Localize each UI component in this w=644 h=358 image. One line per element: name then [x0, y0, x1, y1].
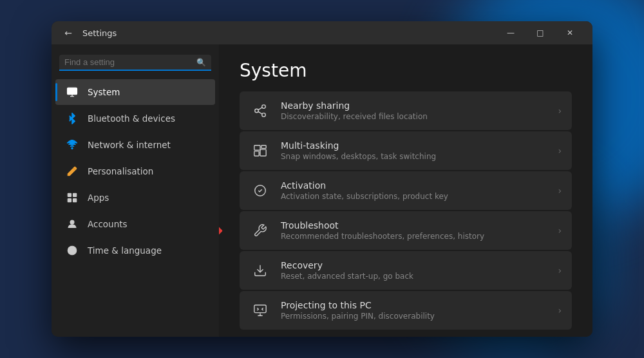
search-icon: 🔍	[196, 58, 206, 67]
personalisation-icon	[66, 165, 79, 178]
network-icon	[66, 138, 79, 151]
svg-point-8	[70, 220, 74, 224]
settings-item-troubleshoot[interactable]: ➜ Troubleshoot Recommended troubleshoote…	[240, 211, 572, 250]
settings-item-projecting[interactable]: Projecting to this PC Permissions, pairi…	[240, 291, 572, 330]
sidebar-item-system[interactable]: System	[55, 79, 215, 105]
nav-item-wrapper-network: Network & internet	[52, 132, 219, 158]
page-title: System	[240, 60, 572, 81]
troubleshoot-icon	[250, 220, 270, 241]
search-box[interactable]: 🔍	[59, 55, 211, 71]
sidebar-item-bluetooth-label: Bluetooth & devices	[88, 113, 175, 124]
settings-scroll[interactable]: Nearby sharing Discoverability, received…	[219, 91, 592, 337]
svg-point-12	[262, 113, 266, 117]
projecting-title: Projecting to this PC	[281, 300, 547, 310]
nav-item-wrapper-apps: Apps	[52, 185, 219, 211]
recovery-icon	[250, 260, 270, 281]
sidebar-item-accounts-label: Accounts	[88, 219, 128, 229]
troubleshoot-desc: Recommended troubleshooters, preferences…	[281, 232, 547, 241]
nearby-sharing-arrow: ›	[558, 106, 562, 116]
back-icon: ←	[64, 28, 72, 38]
svg-point-10	[262, 105, 266, 109]
multi-tasking-icon	[250, 140, 270, 161]
svg-rect-7	[73, 199, 77, 202]
sidebar-item-system-label: System	[88, 87, 120, 97]
activation-text: Activation Activation state, subscriptio…	[281, 180, 547, 201]
troubleshoot-arrow: ›	[558, 225, 562, 236]
recovery-text: Recovery Reset, advanced start-up, go ba…	[281, 260, 547, 281]
projecting-desc: Permissions, pairing PIN, discoverabilit…	[281, 312, 547, 321]
activation-arrow: ›	[558, 185, 562, 196]
svg-rect-15	[254, 146, 260, 150]
sidebar: 🔍 System	[52, 44, 219, 337]
maximize-button[interactable]: □	[526, 21, 555, 44]
svg-point-11	[255, 109, 259, 113]
window-content: 🔍 System	[52, 44, 592, 337]
projecting-arrow: ›	[558, 305, 562, 316]
sidebar-item-apps[interactable]: Apps	[55, 185, 215, 211]
main-header: System	[219, 44, 592, 91]
back-button[interactable]: ←	[59, 24, 77, 42]
nearby-sharing-desc: Discoverability, received files location	[281, 112, 547, 121]
projecting-text: Projecting to this PC Permissions, pairi…	[281, 300, 547, 321]
sidebar-item-network-label: Network & internet	[88, 140, 171, 150]
activation-title: Activation	[281, 180, 547, 191]
multi-tasking-text: Multi-tasking Snap windows, desktops, ta…	[281, 140, 547, 161]
activation-icon	[250, 180, 270, 201]
settings-item-activation[interactable]: Activation Activation state, subscriptio…	[240, 171, 572, 210]
recovery-title: Recovery	[281, 260, 547, 270]
nearby-sharing-text: Nearby sharing Discoverability, received…	[281, 100, 547, 121]
settings-list: Nearby sharing Discoverability, received…	[240, 91, 572, 330]
projecting-icon	[250, 300, 270, 321]
window-title: Settings	[82, 28, 496, 38]
minimize-button[interactable]: —	[496, 21, 526, 44]
recovery-arrow: ›	[558, 265, 562, 276]
sidebar-item-time-label: Time & language	[88, 245, 162, 256]
window-controls: — □ ✕	[496, 21, 585, 44]
sidebar-item-time[interactable]: Time & language	[55, 238, 215, 263]
system-icon	[66, 86, 79, 99]
multi-tasking-arrow: ›	[558, 146, 562, 156]
nearby-sharing-icon	[250, 100, 270, 121]
nearby-sharing-title: Nearby sharing	[281, 100, 547, 111]
nav-item-wrapper-personalisation: Personalisation	[52, 158, 219, 184]
svg-rect-17	[254, 151, 259, 156]
nav-item-wrapper-accounts: Accounts	[52, 211, 219, 237]
bluetooth-icon	[66, 112, 79, 125]
active-accent-bar	[55, 83, 57, 101]
nav-list: System Bluetooth & devices	[52, 79, 219, 337]
sidebar-item-network[interactable]: Network & internet	[55, 132, 215, 158]
titlebar: ← Settings — □ ✕	[52, 21, 592, 44]
accounts-icon	[66, 218, 79, 231]
sidebar-item-accounts[interactable]: Accounts	[55, 211, 215, 237]
sidebar-item-personalisation[interactable]: Personalisation	[55, 158, 215, 184]
sidebar-item-apps-label: Apps	[88, 193, 109, 203]
nav-item-wrapper-system: System	[52, 79, 219, 105]
settings-item-nearby-sharing[interactable]: Nearby sharing Discoverability, received…	[240, 91, 572, 130]
recovery-desc: Reset, advanced start-up, go back	[281, 272, 547, 281]
red-arrow-indicator: ➜	[219, 221, 223, 240]
svg-rect-5	[73, 193, 77, 196]
search-input[interactable]	[64, 57, 196, 67]
settings-window: ← Settings — □ ✕ 🔍	[52, 21, 592, 337]
activation-desc: Activation state, subscriptions, product…	[281, 192, 547, 201]
svg-line-13	[258, 111, 262, 114]
svg-rect-4	[68, 193, 71, 196]
svg-rect-16	[261, 146, 266, 149]
nav-item-wrapper-bluetooth: Bluetooth & devices	[52, 106, 219, 131]
sidebar-item-bluetooth[interactable]: Bluetooth & devices	[55, 106, 215, 131]
close-button[interactable]: ✕	[555, 21, 585, 44]
multi-tasking-desc: Snap windows, desktops, task switching	[281, 152, 547, 161]
settings-item-multi-tasking[interactable]: Multi-tasking Snap windows, desktops, ta…	[240, 131, 572, 170]
svg-rect-6	[68, 199, 71, 202]
svg-line-14	[258, 108, 262, 110]
time-icon	[66, 244, 79, 257]
svg-rect-21	[254, 305, 266, 313]
multi-tasking-title: Multi-tasking	[281, 140, 547, 151]
apps-icon	[66, 191, 79, 204]
svg-rect-0	[68, 88, 77, 95]
svg-point-3	[71, 147, 73, 149]
sidebar-item-personalisation-label: Personalisation	[88, 166, 153, 176]
main-panel: System	[219, 44, 592, 337]
settings-item-recovery[interactable]: Recovery Reset, advanced start-up, go ba…	[240, 251, 572, 290]
troubleshoot-title: Troubleshoot	[281, 220, 547, 231]
